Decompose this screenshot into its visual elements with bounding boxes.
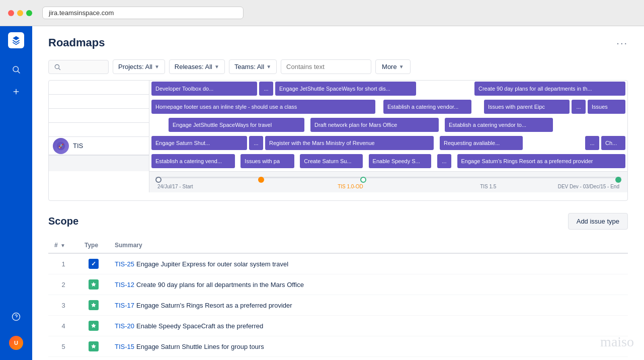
sort-icon[interactable]: ▼ <box>60 243 65 248</box>
row-type: ✓ <box>78 253 109 274</box>
timeline-track-container <box>155 177 621 183</box>
filters-bar: Projects: All ▼ Releases: All ▼ Teams: A… <box>32 55 644 80</box>
timeline-start-dot <box>155 177 162 183</box>
timeline-milestone2-dot <box>360 177 366 183</box>
bar-dot[interactable]: ... <box>572 100 586 114</box>
bar-item[interactable]: Engage JetShuttle SpaceWays for short di… <box>275 82 416 96</box>
roadmap-area: 🚀 TIS Developer Toolbox do... ... Engage… <box>48 80 628 201</box>
app: U Roadmaps ··· Projects: All ▼ Releases:… <box>0 26 644 360</box>
row-summary: TIS-25Engage Jupiter Express for outer s… <box>109 253 628 274</box>
scope-section: Scope Add issue type # ▼ Type Summary 1✓… <box>32 201 644 357</box>
row-summary: TIS-12Create 90 day plans for all depart… <box>109 274 628 295</box>
col-summary-header: Summary <box>109 238 628 253</box>
sidebar-avatar[interactable]: U <box>7 334 25 352</box>
sidebar-add[interactable] <box>7 83 25 101</box>
row-summary: TIS-20Enable Speedy SpaceCraft as the pr… <box>109 316 628 336</box>
projects-filter[interactable]: Projects: All ▼ <box>113 59 165 74</box>
more-filter-button[interactable]: More ▼ <box>375 59 411 74</box>
scope-table: # ▼ Type Summary 1✓TIS-25Engage Jupiter … <box>48 238 628 357</box>
fullscreen-button[interactable] <box>26 10 32 16</box>
row-type <box>78 336 109 357</box>
table-row: 2TIS-12Create 90 day plans for all depar… <box>48 274 628 295</box>
bar-item[interactable]: Engage JetShuttle SpaceWays for travel <box>169 118 304 132</box>
sidebar: U <box>0 26 32 360</box>
timeline-start-label: 24/Jul/17 - Start <box>157 184 193 189</box>
table-row: 1✓TIS-25Engage Jupiter Express for outer… <box>48 253 628 274</box>
sidebar-help[interactable] <box>7 308 25 326</box>
sidebar-search[interactable] <box>7 60 25 79</box>
timeline-end-dot <box>615 177 621 183</box>
minimize-button[interactable] <box>17 10 23 16</box>
row-number: 5 <box>48 336 78 357</box>
table-row: 5TIS-15Engage Saturn Shuttle Lines for g… <box>48 336 628 357</box>
browser-chrome: jira.teamsinspace.com <box>0 0 644 26</box>
tis-label: TIS <box>73 142 83 150</box>
bar-item[interactable]: Create 90 day plans for all departments … <box>474 82 625 96</box>
bar-item[interactable]: Issues with pa <box>240 154 294 168</box>
bar-item[interactable]: Developer Toolbox do... <box>151 82 257 96</box>
issue-link[interactable]: TIS-12 <box>115 281 134 289</box>
col-type-header: Type <box>78 238 109 253</box>
bar-row-1: Developer Toolbox do... ... Engage JetSh… <box>149 81 627 97</box>
main-content: Roadmaps ··· Projects: All ▼ Releases: A… <box>32 26 644 360</box>
bar-dot[interactable]: ... <box>249 136 263 150</box>
teams-filter[interactable]: Teams: All ▼ <box>229 59 277 74</box>
releases-chevron-icon: ▼ <box>214 64 219 69</box>
search-icon <box>54 63 61 70</box>
bar-item[interactable]: Create Saturn Su... <box>300 154 363 168</box>
timeline-labels: 24/Jul/17 - Start TIS 1.0-OD TIS 1.5 DEV… <box>153 183 623 191</box>
add-issue-type-button[interactable]: Add issue type <box>568 213 628 230</box>
bar-dot[interactable]: ... <box>259 82 273 96</box>
bar-item[interactable]: Establish a catering vendor to... <box>445 118 553 132</box>
bar-item[interactable]: Issues with parent Eipc <box>484 100 570 114</box>
search-box[interactable] <box>48 60 109 74</box>
row-number: 1 <box>48 253 78 274</box>
bar-item[interactable]: Enable Speedy S... <box>369 154 432 168</box>
bar-item[interactable]: Requesting avaliable... <box>440 136 523 150</box>
issue-link[interactable]: TIS-15 <box>115 343 134 350</box>
bar-row-2: Homepage footer uses an inline style - s… <box>149 99 627 115</box>
type-icon: ✓ <box>89 259 99 269</box>
bar-item[interactable]: Engage Saturn's Rings Resort as a prefer… <box>457 154 626 168</box>
svg-point-6 <box>55 64 59 68</box>
row-summary: TIS-17Engage Saturn's Rings Resort as a … <box>109 295 628 316</box>
releases-filter[interactable]: Releases: All ▼ <box>169 59 225 74</box>
timeline-milestone2-label: TIS 1.5 <box>480 184 496 189</box>
bar-item[interactable]: Homepage footer uses an inline style - s… <box>151 100 375 114</box>
timeline-milestone1-label: TIS 1.0-OD <box>338 184 363 189</box>
page-title: Roadmaps <box>48 36 105 49</box>
type-icon <box>89 300 99 310</box>
bar-item[interactable]: Establish a catering vendor... <box>383 100 471 114</box>
projects-chevron-icon: ▼ <box>154 64 159 69</box>
type-icon <box>89 321 99 331</box>
app-logo[interactable] <box>8 32 24 48</box>
row-type <box>78 274 109 295</box>
bar-dot[interactable]: ... <box>585 136 599 150</box>
issue-link[interactable]: TIS-17 <box>115 302 134 309</box>
roadmap-label-column: 🚀 TIS <box>49 81 149 192</box>
bar-item[interactable]: Register with the Mars Ministry of Reven… <box>265 136 434 150</box>
header-more-button[interactable]: ··· <box>616 37 628 49</box>
issue-link[interactable]: TIS-20 <box>115 322 134 330</box>
type-icon <box>89 341 99 351</box>
row-number: 2 <box>48 274 78 295</box>
bar-item[interactable]: Engage Saturn Shut... <box>151 136 247 150</box>
close-button[interactable] <box>8 10 14 16</box>
timeline-section: 24/Jul/17 - Start TIS 1.0-OD TIS 1.5 DEV… <box>149 171 627 192</box>
table-row: 4TIS-20Enable Speedy SpaceCraft as the p… <box>48 316 628 336</box>
text-filter-input[interactable] <box>281 59 371 74</box>
bar-item[interactable]: Issues <box>588 100 625 114</box>
bar-item[interactable]: Establish a catering vend... <box>151 154 235 168</box>
svg-line-7 <box>59 68 60 69</box>
roadmap-bars-area: Developer Toolbox do... ... Engage JetSh… <box>149 81 627 192</box>
table-header-row: # ▼ Type Summary <box>48 238 628 253</box>
bar-item[interactable]: Draft network plan for Mars Office <box>310 118 439 132</box>
svg-point-0 <box>13 66 19 72</box>
url-bar[interactable]: jira.teamsinspace.com <box>42 7 244 19</box>
bar-item[interactable]: Ch... <box>601 136 625 150</box>
teams-chevron-icon: ▼ <box>266 64 271 69</box>
bar-dot[interactable]: ... <box>437 154 451 168</box>
type-icon <box>89 279 99 290</box>
issue-link[interactable]: TIS-25 <box>115 260 134 268</box>
timeline-end-label: DEV Dev - 03/Dec/15 - End <box>558 184 619 189</box>
